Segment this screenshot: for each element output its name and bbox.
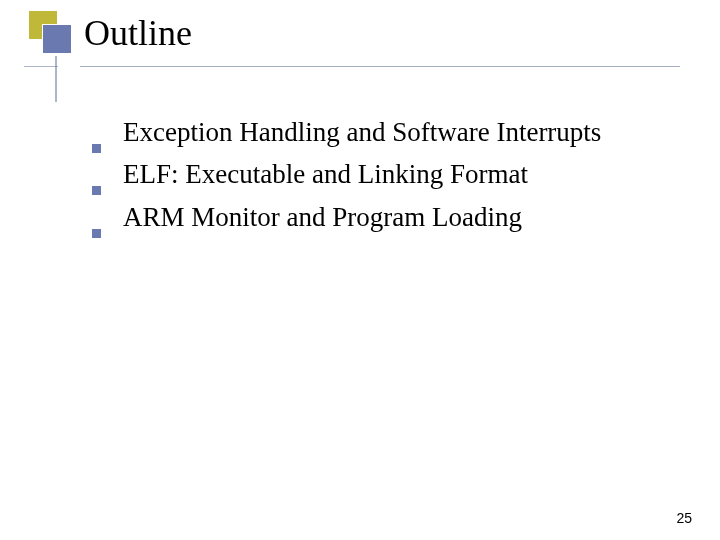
list-item: ARM Monitor and Program Loading [92,199,690,235]
bullet-list: Exception Handling and Software Interrup… [92,114,690,241]
slide-title: Outline [84,14,192,54]
list-item: Exception Handling and Software Interrup… [92,114,690,150]
square-bullet-icon [92,186,101,195]
square-bullet-icon [92,229,101,238]
accent-square-blue [42,24,72,54]
rule-short-vertical [55,56,57,102]
square-bullet-icon [92,144,101,153]
list-item: ELF: Executable and Linking Format [92,156,690,192]
rule-short-horizontal [24,66,58,67]
list-item-text: ELF: Executable and Linking Format [123,156,528,192]
title-underline [80,66,680,67]
page-number: 25 [676,510,692,526]
list-item-text: Exception Handling and Software Interrup… [123,114,601,150]
list-item-text: ARM Monitor and Program Loading [123,199,522,235]
